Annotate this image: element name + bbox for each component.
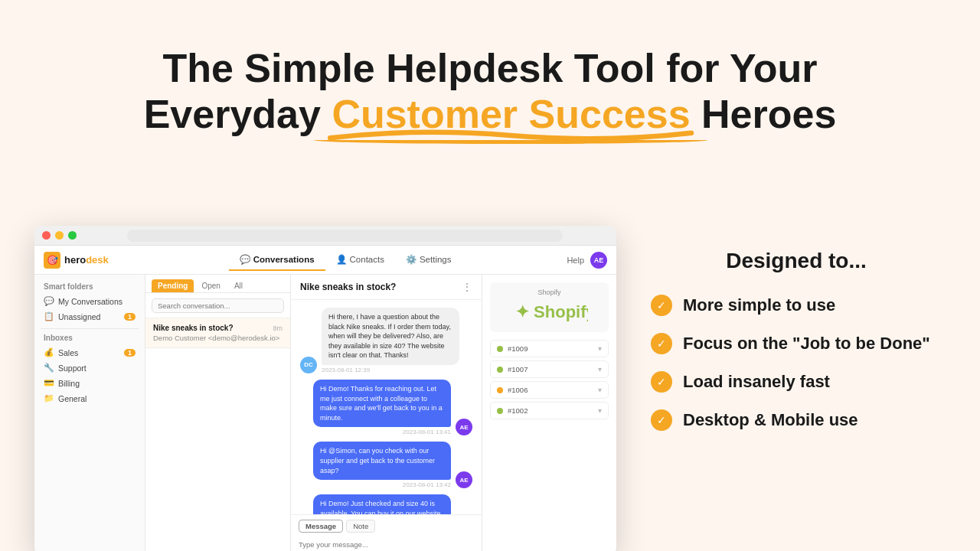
dot-close xyxy=(42,231,51,240)
conv-tab-pending[interactable]: Pending xyxy=(152,279,194,292)
input-tab-message[interactable]: Message xyxy=(299,520,343,533)
message-3: AE Hi @Simon, can you check with our sup… xyxy=(300,442,472,488)
msg-time-3: 2023-08-01 13:42 xyxy=(313,481,451,488)
billing-icon: 💳 xyxy=(44,378,54,388)
chevron-icon: ▾ xyxy=(598,344,602,353)
help-link[interactable]: Help xyxy=(567,256,584,265)
dot-minimize xyxy=(55,231,64,240)
input-tab-note[interactable]: Note xyxy=(346,520,375,533)
hero-title-suffix: Heroes xyxy=(691,92,837,136)
order-status-1006 xyxy=(497,387,503,393)
chat-title: Nike sneaks in stock? xyxy=(300,282,396,292)
my-conv-icon: 💬 xyxy=(44,296,54,306)
chat-input-area: Message Note xyxy=(291,514,482,551)
conv-tab-all[interactable]: All xyxy=(228,279,249,292)
nav-tab-conversations[interactable]: 💬 Conversations xyxy=(229,249,325,271)
chevron-icon-2: ▾ xyxy=(598,365,602,373)
svg-text:✦ Shopify: ✦ Shopify xyxy=(515,302,588,321)
features-panel: Designed to... ✓ More simple to use ✓ Fo… xyxy=(628,226,980,448)
nav-bar: 🎯 herodesk 💬 Conversations 👤 Contacts ⚙️… xyxy=(34,246,616,275)
feature-job: ✓ Focus on the "Job to be Done" xyxy=(651,333,942,354)
sidebar-item-sales[interactable]: 💰 Sales 1 xyxy=(41,345,139,360)
features-title: Designed to... xyxy=(651,249,942,273)
shopify-order-1007[interactable]: #1007 ▾ xyxy=(490,360,609,378)
shopify-order-1006[interactable]: #1006 ▾ xyxy=(490,381,609,399)
chevron-icon-4: ▾ xyxy=(598,406,602,415)
chat-input-tabs: Message Note xyxy=(299,520,474,533)
avatar-ae-2: AE xyxy=(456,471,472,488)
sidebar-item-unassigned[interactable]: 📋 Unassigned 1 xyxy=(41,309,139,324)
nav-tab-settings[interactable]: ⚙️ Settings xyxy=(395,249,462,271)
message-1: DC Hi there, I have a question about the… xyxy=(300,308,472,373)
conversation-list: Pending Open All Nike sneaks in stock? 8… xyxy=(145,275,291,551)
order-status-1002 xyxy=(497,408,503,414)
nav-tabs: 💬 Conversations 👤 Contacts ⚙️ Settings xyxy=(124,249,567,271)
support-icon: 🔧 xyxy=(44,363,54,373)
chat-more-icon[interactable]: ⋮ xyxy=(462,281,472,293)
sidebar-item-billing[interactable]: 💳 Billing xyxy=(41,376,139,390)
nav-tab-contacts[interactable]: 👤 Contacts xyxy=(325,249,395,271)
chat-panel: Nike sneaks in stock? ⋮ DC Hi there, I h… xyxy=(291,275,482,551)
msg-time-2: 2023-08-01 13:41 xyxy=(313,429,451,435)
general-icon: 📁 xyxy=(44,393,54,403)
msg-time-1: 2023-08-01 12:39 xyxy=(322,367,459,373)
hero-title-line1: The Simple Helpdesk Tool for Your xyxy=(0,46,980,92)
bubble-3: Hi @Simon, can you check with our suppli… xyxy=(313,442,451,480)
logo-icon: 🎯 xyxy=(44,252,60,269)
app-screenshot: 🎯 herodesk 💬 Conversations 👤 Contacts ⚙️… xyxy=(34,226,616,551)
bubble-2: Hi Demo! Thanks for reaching out. Let me… xyxy=(313,380,451,427)
unassigned-icon: 📋 xyxy=(44,311,54,321)
order-status-1007 xyxy=(497,367,503,373)
main-content: Smart folders 💬 My Conversations 📋 Unass… xyxy=(34,275,616,551)
message-4: SP Hi Demo! Just checked and size 40 is … xyxy=(300,494,472,514)
conv-item-nike[interactable]: Nike sneaks in stock? 8m Demo Customer <… xyxy=(145,318,290,348)
sales-icon: 💰 xyxy=(44,347,54,357)
avatar-dc: DC xyxy=(300,357,317,373)
feature-fast: ✓ Load insanely fast xyxy=(651,371,942,393)
feature-text-fast: Load insanely fast xyxy=(683,372,830,392)
smart-folders-title: Smart folders xyxy=(41,282,139,291)
user-avatar[interactable]: AE xyxy=(590,252,607,269)
nav-right: Help AE xyxy=(567,252,607,269)
message-2: AE Hi Demo! Thanks for reaching out. Let… xyxy=(300,380,472,435)
check-icon-job: ✓ xyxy=(651,333,672,354)
shopify-panel: Shopify ✦ Shopify #1009 ▾ #1007 ▾ xyxy=(482,275,616,551)
sidebar-item-support[interactable]: 🔧 Support xyxy=(41,360,139,375)
sidebar-item-my-conversations[interactable]: 💬 My Conversations xyxy=(41,294,139,308)
logo-text: herodesk xyxy=(64,254,109,266)
bubble-1: Hi there, I have a question about the bl… xyxy=(322,308,459,365)
inboxes-title: Inboxes xyxy=(41,334,139,342)
conv-search xyxy=(145,293,290,318)
shopify-header: Shopify ✦ Shopify xyxy=(490,282,609,332)
sidebar-item-general[interactable]: 📁 General xyxy=(41,391,139,406)
conv-tab-open[interactable]: Open xyxy=(195,279,226,292)
hero-title-line2: Everyday Customer Success Heroes xyxy=(0,92,980,138)
sidebar-divider xyxy=(41,328,139,329)
check-icon-mobile: ✓ xyxy=(651,409,672,431)
shopify-order-1002[interactable]: #1002 ▾ xyxy=(490,402,609,419)
title-bar xyxy=(34,226,616,246)
search-input[interactable] xyxy=(152,298,284,313)
logo-area: 🎯 herodesk xyxy=(44,252,109,269)
shopify-order-list: #1009 ▾ #1007 ▾ #1006 ▾ #1002 ▾ xyxy=(490,340,609,419)
shopify-logo: ✦ Shopify xyxy=(496,299,603,326)
message-input[interactable] xyxy=(299,540,474,549)
avatar-ae-1: AE xyxy=(456,419,472,435)
feature-text-mobile: Desktop & Mobile use xyxy=(683,410,858,430)
feature-text-job: Focus on the "Job to be Done" xyxy=(683,334,930,354)
check-icon-simple: ✓ xyxy=(651,295,672,316)
shopify-order-1009[interactable]: #1009 ▾ xyxy=(490,340,609,357)
unassigned-badge: 1 xyxy=(124,313,136,321)
check-icon-fast: ✓ xyxy=(651,371,672,393)
shopify-label: Shopify xyxy=(496,289,603,296)
hero-section: The Simple Helpdesk Tool for Your Everyd… xyxy=(0,0,980,138)
chevron-icon-3: ▾ xyxy=(598,386,602,394)
hero-title-highlight: Customer Success xyxy=(332,92,690,138)
dot-maximize xyxy=(68,231,77,240)
sidebar: Smart folders 💬 My Conversations 📋 Unass… xyxy=(34,275,145,551)
sales-badge: 1 xyxy=(124,349,136,357)
chat-messages: DC Hi there, I have a question about the… xyxy=(291,300,482,514)
order-status-1009 xyxy=(497,346,503,352)
feature-text-simple: More simple to use xyxy=(683,295,835,315)
url-bar xyxy=(127,230,563,242)
